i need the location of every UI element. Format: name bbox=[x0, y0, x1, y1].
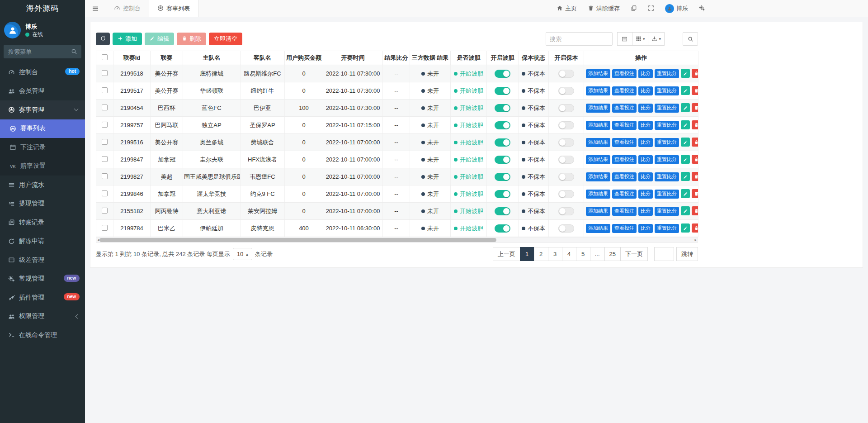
fullscreen-button[interactable] bbox=[648, 5, 654, 12]
settings-button[interactable] bbox=[699, 5, 705, 12]
score-button[interactable]: 比分 bbox=[638, 86, 653, 95]
add-button[interactable]: 添加 bbox=[113, 33, 142, 45]
view-bets-button[interactable]: 查看投注 bbox=[612, 155, 637, 164]
sidebar-item-下注记录[interactable]: 下注记录 bbox=[0, 138, 85, 157]
sidebar-item-赛事列表[interactable]: 赛事列表 bbox=[0, 119, 85, 138]
reset-score-button[interactable]: 重置比分 bbox=[655, 121, 679, 130]
user-menu[interactable]: 博乐 bbox=[665, 4, 688, 13]
baoben-toggle[interactable] bbox=[558, 224, 574, 233]
horizontal-scrollbar[interactable]: ◂ ▸ bbox=[96, 237, 698, 243]
search-icon[interactable] bbox=[71, 48, 77, 55]
bodan-toggle[interactable] bbox=[495, 121, 510, 129]
view-bets-button[interactable]: 查看投注 bbox=[612, 104, 637, 113]
row-delete-button[interactable] bbox=[692, 172, 698, 181]
sidebar-item-权限管理[interactable]: 权限管理 bbox=[0, 307, 85, 326]
baoben-toggle[interactable] bbox=[558, 138, 574, 147]
row-delete-button[interactable] bbox=[692, 223, 698, 233]
refresh-button[interactable] bbox=[96, 33, 110, 45]
row-checkbox[interactable] bbox=[102, 208, 108, 214]
select-all-checkbox[interactable] bbox=[102, 54, 108, 60]
add-result-button[interactable]: 添加结果 bbox=[586, 138, 610, 147]
scrollbar-thumb[interactable] bbox=[99, 238, 496, 242]
sidebar-item-控制台[interactable]: 控制台hot bbox=[0, 63, 85, 82]
start-bodan-link[interactable]: 开始波胆 bbox=[460, 70, 483, 77]
row-checkbox[interactable] bbox=[102, 139, 108, 145]
add-result-button[interactable]: 添加结果 bbox=[586, 104, 610, 113]
page-button-2[interactable]: 2 bbox=[534, 247, 548, 261]
bodan-toggle[interactable] bbox=[495, 207, 510, 215]
sidebar-item-赛事管理[interactable]: 赛事管理 bbox=[0, 100, 85, 119]
score-button[interactable]: 比分 bbox=[638, 207, 653, 216]
row-delete-button[interactable] bbox=[692, 86, 698, 95]
baoben-toggle[interactable] bbox=[558, 121, 574, 129]
user-avatar[interactable] bbox=[4, 22, 21, 38]
home-link[interactable]: 主页 bbox=[557, 5, 577, 13]
add-result-button[interactable]: 添加结果 bbox=[586, 190, 610, 199]
sidebar-item-会员管理[interactable]: 会员管理 bbox=[0, 82, 85, 101]
start-bodan-link[interactable]: 开始波胆 bbox=[460, 87, 483, 94]
columns-button[interactable]: ▾ bbox=[632, 32, 649, 46]
bodan-toggle[interactable] bbox=[495, 156, 510, 164]
baoben-toggle[interactable] bbox=[558, 104, 574, 112]
sidebar-item-插件管理[interactable]: 插件管理new bbox=[0, 288, 85, 307]
row-edit-button[interactable] bbox=[681, 206, 690, 215]
baoben-toggle[interactable] bbox=[558, 87, 574, 95]
start-bodan-link[interactable]: 开始波胆 bbox=[460, 139, 483, 146]
delete-button[interactable]: 删除 bbox=[177, 33, 206, 45]
start-bodan-link[interactable]: 开始波胆 bbox=[460, 208, 483, 214]
sidebar-item-赔率设置[interactable]: VK赔率设置 bbox=[0, 157, 85, 176]
add-result-button[interactable]: 添加结果 bbox=[586, 121, 610, 130]
baoben-toggle[interactable] bbox=[558, 70, 574, 78]
start-bodan-link[interactable]: 开始波胆 bbox=[460, 156, 483, 163]
start-bodan-link[interactable]: 开始波胆 bbox=[460, 105, 483, 111]
page-ellipsis[interactable]: ... bbox=[590, 247, 605, 261]
bodan-toggle[interactable] bbox=[495, 190, 510, 198]
row-edit-button[interactable] bbox=[681, 189, 690, 198]
baoben-toggle[interactable] bbox=[558, 207, 574, 215]
scroll-left-arrow[interactable]: ◂ bbox=[97, 238, 99, 242]
row-checkbox[interactable] bbox=[102, 87, 108, 93]
add-result-button[interactable]: 添加结果 bbox=[586, 69, 610, 78]
row-checkbox[interactable] bbox=[102, 190, 108, 196]
start-bodan-link[interactable]: 开始波胆 bbox=[460, 173, 483, 180]
bodan-toggle[interactable] bbox=[495, 173, 510, 181]
hamburger-icon[interactable] bbox=[85, 0, 106, 17]
clear-cache-link[interactable]: 清除缓存 bbox=[588, 5, 620, 13]
edit-button[interactable]: 编辑 bbox=[145, 33, 174, 45]
tab-控制台[interactable]: 控制台 bbox=[106, 0, 149, 17]
page-button-1[interactable]: 1 bbox=[520, 247, 534, 261]
row-delete-button[interactable] bbox=[692, 189, 698, 198]
view-bets-button[interactable]: 查看投注 bbox=[612, 86, 637, 95]
row-delete-button[interactable] bbox=[692, 69, 698, 78]
score-button[interactable]: 比分 bbox=[638, 190, 653, 199]
row-delete-button[interactable] bbox=[692, 103, 698, 112]
row-edit-button[interactable] bbox=[681, 172, 690, 181]
page-button-5[interactable]: 5 bbox=[576, 247, 590, 261]
score-button[interactable]: 比分 bbox=[638, 104, 653, 113]
start-bodan-link[interactable]: 开始波胆 bbox=[460, 122, 483, 128]
row-edit-button[interactable] bbox=[681, 103, 690, 112]
score-button[interactable]: 比分 bbox=[638, 155, 653, 164]
page-button-25[interactable]: 25 bbox=[604, 247, 621, 261]
start-bodan-link[interactable]: 开始波胆 bbox=[460, 225, 483, 232]
search-toggle-button[interactable] bbox=[683, 32, 698, 46]
add-result-button[interactable]: 添加结果 bbox=[586, 155, 610, 164]
reset-score-button[interactable]: 重置比分 bbox=[655, 86, 679, 95]
detail-view-button[interactable] bbox=[617, 32, 632, 46]
baoben-toggle[interactable] bbox=[558, 190, 574, 198]
baoben-toggle[interactable] bbox=[558, 173, 574, 181]
score-button[interactable]: 比分 bbox=[638, 172, 653, 181]
score-button[interactable]: 比分 bbox=[638, 121, 653, 130]
prev-page-button[interactable]: 上一页 bbox=[493, 247, 520, 261]
jump-button[interactable]: 跳转 bbox=[676, 247, 698, 261]
view-bets-button[interactable]: 查看投注 bbox=[612, 121, 637, 130]
reset-score-button[interactable]: 重置比分 bbox=[655, 155, 679, 164]
page-button-3[interactable]: 3 bbox=[548, 247, 562, 261]
row-edit-button[interactable] bbox=[681, 69, 690, 78]
row-edit-button[interactable] bbox=[681, 138, 690, 147]
sidebar-item-解冻申请[interactable]: 解冻申请 bbox=[0, 232, 85, 251]
view-bets-button[interactable]: 查看投注 bbox=[612, 138, 637, 147]
clear-all-button[interactable]: 立即清空 bbox=[209, 33, 242, 45]
view-bets-button[interactable]: 查看投注 bbox=[612, 190, 637, 199]
add-result-button[interactable]: 添加结果 bbox=[586, 86, 610, 95]
